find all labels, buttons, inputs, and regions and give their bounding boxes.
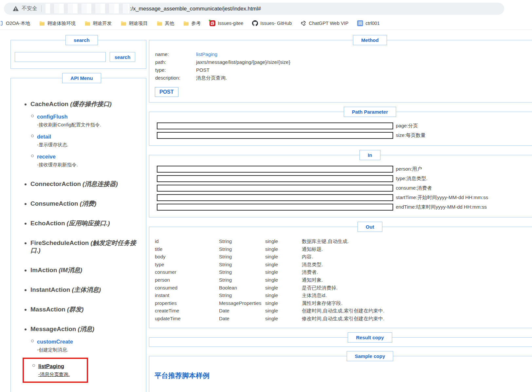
api-action-note: (缓存操作接口) xyxy=(70,101,112,107)
bookmark-item[interactable]: 翱途开发 xyxy=(84,20,112,27)
address-bar[interactable]: 不安全 :/x_message_assemble_communicate/jes… xyxy=(4,3,504,15)
api-action-note: (应用响应接口.) xyxy=(67,220,110,227)
api-sub-description: -接收刷新Config配置文件指令. xyxy=(37,121,146,128)
parameter-label: page:分页 xyxy=(396,123,418,129)
api-action-item: InstantAction(主体消息) xyxy=(30,286,146,293)
api-action-item: FireScheduleAction(触发定时任务接口.) xyxy=(30,239,146,254)
out-field-name: body xyxy=(155,253,219,261)
parameter-input[interactable] xyxy=(157,122,393,129)
out-field-description: 创建时间,自动生成,索引创建在约束中. xyxy=(302,307,532,315)
bookmark-item[interactable]: 回ctrl001 xyxy=(357,20,380,26)
parameter-input[interactable] xyxy=(157,132,393,139)
search-panel-legend: search xyxy=(65,35,98,45)
api-action-name: MessageAction xyxy=(30,326,76,332)
out-panel: Out idStringsingle数据库主键,自动生成.titleString… xyxy=(149,222,532,328)
ctrl001-icon: 回 xyxy=(357,20,363,26)
out-field-cardinality: single xyxy=(265,299,302,307)
sample-script-heading: 平台推荐脚本样例 xyxy=(155,371,532,380)
out-field-description: 通知标题. xyxy=(302,245,532,253)
bookmark-item[interactable]: Issues-gitee xyxy=(210,20,243,26)
api-sub-link[interactable]: customCreate xyxy=(37,338,73,345)
out-field-name: createTime xyxy=(155,307,219,315)
in-legend: In xyxy=(359,150,380,160)
out-legend: Out xyxy=(358,222,382,232)
out-field-row: typeStringsingle消息类型. xyxy=(155,261,532,269)
api-sub-link[interactable]: detail xyxy=(37,133,51,140)
api-sub-list: configFlush-接收刷新Config配置文件指令.detail-显示缓存… xyxy=(30,113,146,168)
out-field-row: bodyStringsingle内容. xyxy=(155,253,532,261)
parameter-row: person:用户 xyxy=(157,166,532,173)
api-sub-description: -创建定制消息. xyxy=(37,346,146,353)
parameter-input[interactable] xyxy=(157,194,393,201)
url-separator xyxy=(41,5,42,12)
bookmark-item[interactable]: O2OA-本地 xyxy=(1,20,30,27)
search-input[interactable] xyxy=(15,52,106,62)
method-field-value: jaxrs/message/list/paging/{page}/size/{s… xyxy=(196,60,532,65)
api-action-item: CacheAction(缓存操作接口)configFlush-接收刷新Confi… xyxy=(30,100,146,168)
api-sub-link[interactable]: receive xyxy=(37,153,56,160)
parameter-label: endTime:结束时间yyyy-MM-dd HH:mm:ss xyxy=(396,204,487,210)
api-action-name: EchoAction xyxy=(30,220,65,227)
out-field-description: 属性对象存储字段. xyxy=(302,299,532,307)
api-action-name: CacheAction xyxy=(30,101,68,107)
parameter-input[interactable] xyxy=(157,204,393,211)
parameter-label: startTime:开始时间yyyy-MM-dd HH:mm:ss xyxy=(396,195,488,201)
out-field-type: String xyxy=(219,291,265,299)
bookmark-item[interactable]: Issues- GitHub xyxy=(252,20,292,26)
parameter-label: type:消息类型. xyxy=(396,176,428,182)
out-field-row: consumerStringsingle消费者. xyxy=(155,268,532,276)
method-field-value[interactable]: listPaging xyxy=(196,52,532,57)
folder-icon xyxy=(120,20,126,26)
api-action-note: (IM消息) xyxy=(59,267,82,273)
bookmark-label: Issues- GitHub xyxy=(260,21,292,26)
api-action-name: InstantAction xyxy=(30,286,70,293)
out-field-cardinality: single xyxy=(265,284,302,292)
bookmark-item[interactable]: 翱途体验环境 xyxy=(39,20,76,27)
api-sub-link[interactable]: configFlush xyxy=(37,113,68,121)
bookmark-label: Issues-gitee xyxy=(218,21,243,26)
bookmark-item[interactable]: ChatGPT Web VIP xyxy=(301,20,348,26)
api-sub-description: -接收缓存刷新指令. xyxy=(37,161,146,168)
api-action-note: (群发) xyxy=(67,306,84,313)
out-field-cardinality: single xyxy=(265,291,302,299)
parameter-input[interactable] xyxy=(157,166,393,173)
bookmark-item[interactable]: 翱途项目 xyxy=(120,20,148,27)
search-button[interactable]: search xyxy=(110,52,135,62)
api-sub-item-selected: listPaging-消息分页查询. xyxy=(23,358,88,383)
bookmark-item[interactable]: 参考 xyxy=(183,20,201,27)
out-field-name: instant xyxy=(155,291,219,299)
out-field-cardinality: single xyxy=(265,245,302,253)
parameter-row: size:每页数量 xyxy=(157,132,532,139)
chatgpt-icon xyxy=(301,20,306,26)
api-action-item: ImAction(IM消息) xyxy=(30,266,146,274)
api-action-note: (主体消息) xyxy=(72,286,101,293)
out-field-cardinality: single xyxy=(265,315,302,323)
out-field-name: consumer xyxy=(155,268,219,276)
api-action-item: EchoAction(应用响应接口.) xyxy=(30,219,146,227)
api-sub-item: configFlush-接收刷新Config配置文件指令. xyxy=(30,113,146,128)
parameter-input[interactable] xyxy=(157,185,393,192)
method-panel: Method name:listPagingpath:jaxrs/message… xyxy=(149,35,532,103)
parameter-label: person:用户 xyxy=(396,166,422,172)
redacted-host xyxy=(46,4,129,13)
api-sub-list: customCreate-创建定制消息.listPaging-消息分页查询. xyxy=(30,338,146,383)
out-field-description: 数据库主键,自动生成. xyxy=(302,237,532,245)
out-field-type: String xyxy=(219,237,265,245)
bookmark-item[interactable]: 其他 xyxy=(156,20,174,27)
result-copy-legend[interactable]: Result copy xyxy=(348,332,392,343)
sample-copy-legend[interactable]: Sample copy xyxy=(347,351,394,361)
api-sub-description: -显示缓存状态. xyxy=(37,141,146,148)
out-field-row: titleStringsingle通知标题. xyxy=(155,245,532,253)
api-sub-link[interactable]: listPaging xyxy=(38,363,64,370)
out-field-cardinality: single xyxy=(265,268,302,276)
out-field-type: String xyxy=(219,276,265,284)
out-field-type: MessageProperties xyxy=(219,299,265,307)
bookmark-label: ChatGPT Web VIP xyxy=(309,21,348,26)
api-action-item: MassAction(群发) xyxy=(30,306,146,313)
out-field-type: String xyxy=(219,261,265,269)
bookmark-label: O2OA-本地 xyxy=(6,20,30,27)
api-action-name: ConnectorAction xyxy=(30,180,81,187)
api-action-note: (消息) xyxy=(78,326,94,332)
parameter-input[interactable] xyxy=(157,175,393,182)
post-button[interactable]: POST xyxy=(155,87,178,97)
